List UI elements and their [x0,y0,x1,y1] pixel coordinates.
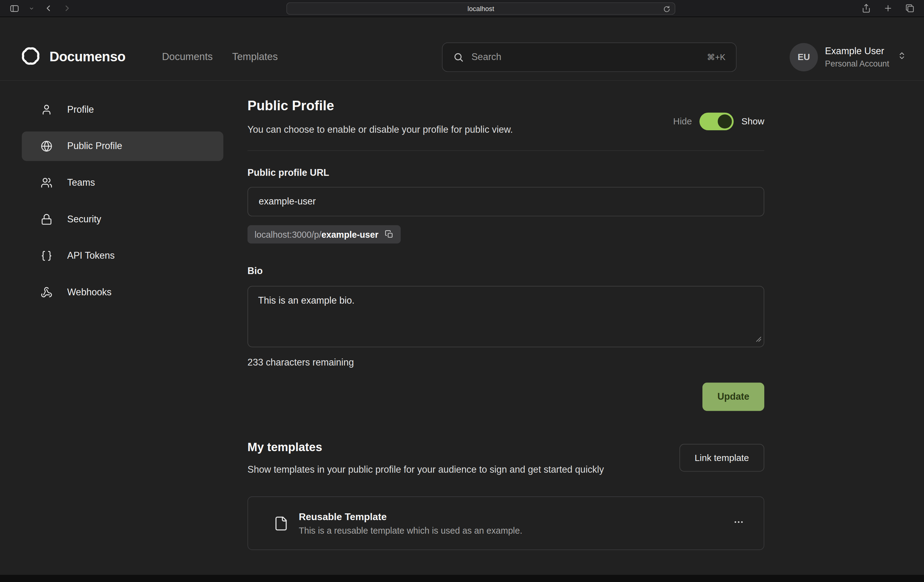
section-divider [248,150,764,151]
profile-url-prefix: localhost:3000/p/ [254,230,321,240]
search-shortcut: ⌘+K [707,52,725,61]
window-bottom-edge [0,575,924,582]
search-icon [453,52,464,62]
update-button[interactable]: Update [702,383,764,411]
sidebar-item-label: Public Profile [67,141,122,152]
account-type: Personal Account [825,59,889,68]
template-name: Reusable Template [299,511,522,523]
my-templates-description: Show templates in your public profile fo… [248,462,604,478]
account-menu[interactable]: EU Example User Personal Account [789,43,906,71]
app-header: Documenso Documents Templates ⌘+K EU Exa… [0,17,924,81]
copy-icon[interactable] [385,230,394,239]
profile-visibility-toggle-group: Hide Show [673,107,764,136]
sidebar-item-label: Webhooks [67,287,111,298]
public-profile-url-input[interactable] [248,187,764,217]
brand-logo[interactable]: Documenso [20,45,125,69]
new-tab-icon[interactable] [883,3,893,13]
my-templates-title: My templates [248,439,604,455]
toggle-knob [718,114,732,128]
refresh-icon[interactable] [663,5,671,13]
chevrons-up-down-icon [898,51,906,63]
characters-remaining: 233 characters remaining [248,357,764,368]
sidebar-item-teams[interactable]: Teams [22,168,223,198]
sidebar-item-label: Security [67,214,101,225]
webhook-icon [41,286,52,298]
address-bar-url: localhost [467,5,494,12]
account-name: Example User [825,46,889,56]
app-body: Profile Public Profile Teams Security AP… [0,81,924,550]
sidebar-item-public-profile[interactable]: Public Profile [22,132,223,161]
nav-templates[interactable]: Templates [232,51,278,63]
forward-icon[interactable] [63,3,72,13]
globe-icon [41,141,52,152]
profile-url-preview[interactable]: localhost:3000/p/example-user [248,225,401,243]
user-icon [41,104,52,116]
global-search[interactable]: ⌘+K [442,42,737,72]
tab-overview-icon[interactable] [905,3,915,13]
sidebar-item-security[interactable]: Security [22,205,223,234]
bio-textarea[interactable]: This is an example bio. [248,286,764,347]
address-bar[interactable]: localhost [286,2,675,15]
profile-visibility-toggle[interactable] [700,112,734,130]
chevron-down-icon[interactable] [29,5,34,11]
main-nav: Documents Templates [162,51,278,63]
documenso-logo-icon [20,45,42,69]
page-subtitle: You can choose to enable or disable your… [248,123,513,136]
back-icon[interactable] [44,3,53,13]
template-card: Reusable Template This is a reusable tem… [248,496,764,550]
sidebar-item-label: API Tokens [67,251,114,261]
sidebar-item-label: Teams [67,177,95,188]
bio-field-label: Bio [248,265,764,276]
file-icon [273,516,289,531]
users-icon [41,177,52,188]
sidebar-item-profile[interactable]: Profile [22,95,223,124]
avatar: EU [789,43,818,71]
public-profile-settings: Public Profile You can choose to enable … [248,81,764,550]
braces-icon [41,250,52,262]
settings-sidebar: Profile Public Profile Teams Security AP… [0,81,223,550]
toggle-hide-label: Hide [673,116,692,126]
sidebar-item-webhooks[interactable]: Webhooks [22,278,223,308]
toggle-show-label: Show [741,116,764,126]
link-template-button[interactable]: Link template [679,444,764,472]
template-menu-ellipsis-icon[interactable] [728,512,749,535]
browser-window: localhost Documenso [0,0,924,582]
brand-name: Documenso [50,49,125,65]
sidebar-item-label: Profile [67,104,94,115]
resize-handle-icon[interactable] [755,334,762,345]
sidebar-toggle-icon[interactable] [10,3,20,13]
share-icon[interactable] [861,3,871,13]
profile-url-slug: example-user [321,230,378,240]
nav-documents[interactable]: Documents [162,51,213,63]
template-description: This is a reusable template which is use… [299,525,522,536]
page-title: Public Profile [248,97,513,114]
lock-icon [41,213,52,225]
url-field-label: Public profile URL [248,167,764,178]
browser-toolbar: localhost [0,0,924,17]
sidebar-item-api-tokens[interactable]: API Tokens [22,241,223,271]
search-input[interactable] [472,52,699,62]
